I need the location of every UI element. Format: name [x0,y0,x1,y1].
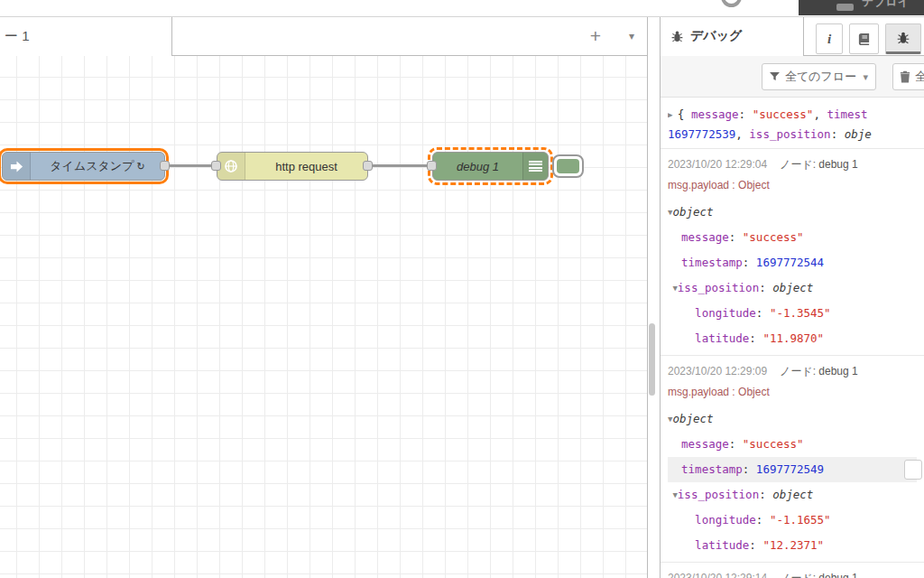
debug-message: ▶ { message: "success", timest1697772539… [661,98,924,149]
debug-json-row[interactable]: longitude: "-1.3545" [668,301,917,326]
debug-node-name: debug 1 [818,158,857,171]
repeat-icon: ↻ [136,161,144,172]
debug-enable-toggle[interactable] [552,154,584,178]
debug-seg-caret[interactable]: ▼ [668,284,678,293]
add-flow-button[interactable]: + [584,24,607,48]
debug-message-meta: msg.payload : Object [668,383,917,406]
tab-debug[interactable]: デバッグ [661,16,804,56]
node-red-app: { "header": { "deploy_label": "デプロイ" }, … [0,0,924,578]
debug-message: 2023/10/20 12:29:04ノード: debug 1msg.paylo… [661,149,924,356]
debug-seg-plain: : [831,127,845,141]
debug-json-row[interactable]: ▼object [668,406,917,432]
debug-seg-plain: : [759,281,772,294]
debug-seg-obj: object [772,488,813,501]
debug-seg-key: timestamp [681,256,743,269]
sidebar: デバッグ i 全てのフロー ▾ [660,16,924,578]
user-circle-icon [721,0,742,7]
filter-icon [770,72,780,81]
sidebar-tabrow: デバッグ i [661,16,924,56]
flow-tab-label: ー 1 [5,28,30,45]
debug-json-row[interactable]: message: "success" [668,432,917,457]
debug-message-header: 2023/10/20 12:29:14ノード: debug 1 [668,570,917,578]
debug-json-row[interactable]: latitude: "11.9870" [668,326,917,351]
deploy-button[interactable]: デプロイ [799,0,924,15]
flow-tab[interactable]: ー 1 [0,16,172,56]
debug-input-port[interactable] [427,161,437,171]
debug-filter-dropdown[interactable]: 全てのフロー ▾ [762,63,876,90]
debug-preview-line[interactable]: ▶ { message: "success", timest [668,105,917,125]
list-icon [529,161,542,172]
debug-seg-plain: , [813,107,827,121]
debug-message-timestamp: 2023/10/20 12:29:09 [668,365,767,378]
debug-seg-plain [668,462,681,476]
debug-json-row[interactable]: timestamp: 1697772549 [668,457,917,482]
debug-seg-caret[interactable]: ▼ [668,490,678,499]
tab-help-button[interactable] [849,23,879,54]
debug-json-row[interactable]: message: "success" [668,225,917,250]
debug-seg-plain [668,230,681,244]
tab-debug-button-active[interactable] [885,23,921,54]
debug-seg-caret[interactable]: ▶ [668,110,678,119]
debug-node-label-prefix: ノード: [780,365,818,378]
debug-message-header: 2023/10/20 12:29:04ノード: debug 1 [668,156,917,176]
wire-http-debug[interactable] [368,164,432,167]
workspace: ー 1 + ▾ タイムスタンプ↻ [0,16,648,578]
clear-messages-label: 全 [915,69,924,85]
node-http-request[interactable]: http request [217,152,368,181]
bug-icon [670,30,684,43]
debug-seg-plain: : [729,437,743,451]
debug-icon-region [522,153,548,180]
debug-messages-list: ▶ { message: "success", timest1697772539… [661,98,924,578]
debug-seg-obj: object [772,281,813,294]
debug-seg-key: iss_position [749,127,830,141]
copy-value-button[interactable] [904,460,922,480]
globe-icon [224,159,238,173]
debug-seg-plain: { [678,107,691,121]
debug-seg-str: "-1.1655" [770,513,831,527]
tab-info-button[interactable]: i [816,23,843,54]
canvas-vertical-scrollbar[interactable] [649,323,655,396]
http-node-label: http request [245,160,367,173]
tab-debug-label: デバッグ [690,28,742,44]
debug-json-row[interactable]: ▼iss_position: object [668,275,917,301]
debug-json-row[interactable]: ▼iss_position: object [668,482,917,508]
info-icon: i [827,32,831,47]
debug-message-timestamp: 2023/10/20 12:29:04 [668,158,767,171]
inject-icon-region [3,153,31,180]
debug-preview-line[interactable]: 1697772539, iss_position: obje [668,125,917,144]
book-icon [857,33,871,46]
flow-canvas[interactable]: タイムスタンプ↻ http request debug 1 [0,56,647,578]
http-icon-region [217,153,245,180]
debug-json-row[interactable]: latitude: "12.2371" [668,533,917,558]
debug-seg-key: timestamp [681,462,743,476]
debug-seg-key: iss_position [678,281,759,294]
node-debug[interactable]: debug 1 [432,152,549,181]
debug-node-label-prefix: ノード: [780,572,818,578]
debug-seg-key: iss_position [678,488,759,501]
debug-seg-plain [668,538,695,552]
bug-icon [896,31,910,45]
debug-json-row[interactable]: timestamp: 1697772544 [668,250,917,275]
debug-json-row[interactable]: longitude: "-1.1655" [668,508,917,533]
debug-seg-key: longitude [695,306,756,320]
debug-seg-str: "12.2371" [762,538,824,552]
debug-message: 2023/10/20 12:29:14ノード: debug 1 [661,563,924,578]
deploy-label: デプロイ [862,0,910,10]
debug-seg-num: 1697772539 [668,127,735,141]
clear-messages-button[interactable]: 全 [892,63,924,90]
flow-list-caret-icon[interactable]: ▾ [629,30,634,42]
debug-seg-plain: : [743,462,756,476]
debug-message: 2023/10/20 12:29:09ノード: debug 1msg.paylo… [661,356,924,563]
debug-seg-obj: obje [845,127,872,141]
debug-seg-plain [668,437,681,451]
debug-message-timestamp: 2023/10/20 12:29:14 [668,572,767,578]
http-input-port[interactable] [211,161,221,171]
debug-seg-num: 1697772544 [756,256,824,269]
node-inject[interactable]: タイムスタンプ↻ [2,152,165,181]
debug-seg-plain: : [749,331,762,345]
http-output-port[interactable] [363,161,373,171]
wire-inject-http[interactable] [165,164,217,167]
inject-output-port[interactable] [160,161,170,171]
debug-json-row[interactable]: ▼object [668,200,917,225]
debug-seg-plain: : [729,230,743,244]
